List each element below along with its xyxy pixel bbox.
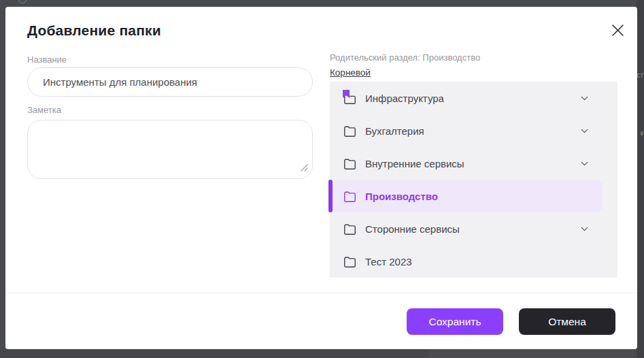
tree-item-proizvodstvo-selected[interactable]: Производство	[330, 180, 617, 212]
folder-bookmark-icon	[343, 93, 356, 104]
chevron-down-icon[interactable]	[579, 223, 590, 235]
tree-item-vnutrennie-servisy[interactable]: Внутренние сервисы	[330, 147, 617, 180]
folder-icon	[343, 158, 356, 169]
folder-note-textarea[interactable]	[27, 120, 313, 179]
folder-tree: Инфраструктура Бухгалтерия Внутренние	[330, 82, 617, 278]
save-button[interactable]: Сохранить	[407, 308, 503, 335]
tree-item-storonnie-servisy[interactable]: Сторонние сервисы	[330, 212, 617, 245]
note-field-label: Заметка	[27, 105, 61, 115]
folder-icon	[343, 191, 356, 202]
parent-section-caption: Родительский раздел: Производство	[330, 52, 480, 63]
tree-item-label: Производство	[365, 191, 438, 202]
close-button[interactable]	[608, 20, 627, 39]
folder-icon	[343, 125, 356, 137]
tree-item-buhgalteriya[interactable]: Бухгалтерия	[330, 114, 617, 147]
background-logo-fragment	[18, 0, 27, 3]
tree-item-infrastruktura[interactable]: Инфраструктура	[330, 82, 617, 114]
folder-icon	[343, 223, 356, 235]
tree-item-label: Внутренние сервисы	[365, 158, 464, 169]
bookmark-badge	[343, 90, 350, 98]
cancel-button[interactable]: Отмена	[519, 308, 615, 335]
name-field-label: Название	[27, 54, 67, 65]
tree-item-test-2023[interactable]: Тест 2023	[330, 245, 617, 278]
background-text-fragment: к	[641, 129, 643, 137]
close-icon	[611, 23, 625, 37]
folder-icon	[343, 256, 356, 267]
tree-item-label: Инфраструктура	[365, 93, 444, 104]
dialog-title: Добавление папки	[27, 22, 161, 39]
chevron-down-icon[interactable]	[579, 158, 590, 169]
folder-name-input[interactable]	[27, 67, 313, 97]
background-text-fragment: ст	[637, 71, 643, 79]
modal-overlay: ст к Добавление папки Название Заметка Р…	[0, 0, 644, 358]
tree-item-label: Сторонние сервисы	[365, 223, 460, 235]
root-section-link[interactable]: Корневой	[330, 67, 371, 78]
background-page-strip: ст к	[637, 0, 644, 358]
chevron-down-icon[interactable]	[579, 93, 590, 104]
tree-item-label: Бухгалтерия	[365, 125, 424, 137]
tree-item-label: Тест 2023	[365, 256, 412, 267]
note-field-wrap	[27, 120, 313, 179]
add-folder-dialog: Добавление папки Название Заметка Родите…	[5, 7, 637, 349]
chevron-down-icon[interactable]	[579, 125, 590, 137]
footer-divider	[5, 293, 637, 293]
background-seam	[0, 349, 428, 358]
